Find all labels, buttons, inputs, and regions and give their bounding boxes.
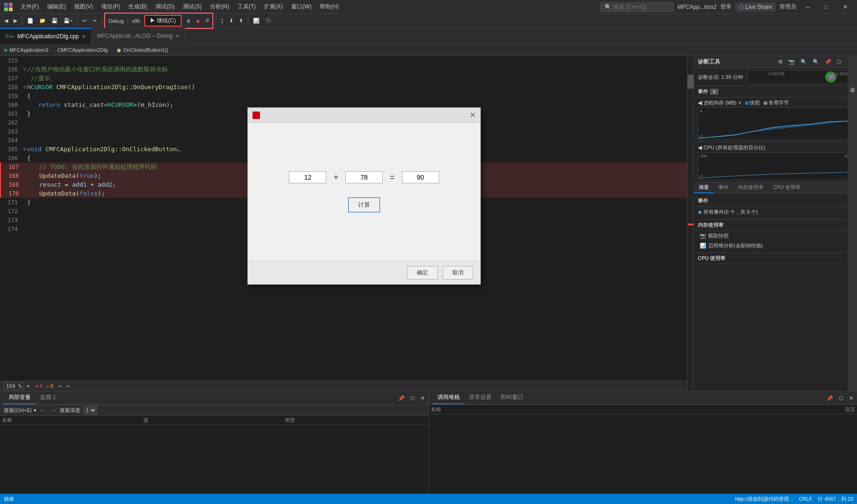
breakpoint-button[interactable]: ⚫ <box>263 16 274 25</box>
minimize-button[interactable]: ─ <box>800 0 815 14</box>
tab-call-stack[interactable]: 调用堆栈 <box>433 392 464 404</box>
zoom-level[interactable]: 150 % <box>4 382 24 390</box>
diag-unpin-icon[interactable]: ⬡ <box>835 58 843 66</box>
tab-cpp[interactable]: C++ MFCApplication2Dlg.cpp ✕ <box>0 28 91 44</box>
diag-zoom-out-icon[interactable]: 🔍 <box>811 58 821 66</box>
nav-back-icon[interactable]: ← <box>38 407 47 413</box>
stop-button[interactable]: ■ <box>194 17 202 25</box>
editor-scrollbar[interactable] <box>687 56 694 391</box>
undo-button[interactable]: ↩ <box>80 16 89 25</box>
local-pin-icon[interactable]: 📌 <box>396 394 407 402</box>
tab-local-vars[interactable]: 局部变量 <box>4 392 35 404</box>
calculator-dialog[interactable]: ✕ + = 计算 确定 取消 <box>247 107 481 285</box>
input-add1[interactable] <box>289 171 326 183</box>
tab-summary[interactable]: 摘要 <box>694 182 714 193</box>
warning-count-btn[interactable]: ⚠ 0 <box>46 383 53 389</box>
open-button[interactable]: 📁 <box>37 16 48 25</box>
diag-camera-icon[interactable]: 📷 <box>787 58 797 66</box>
table-row: 159 { <box>0 91 687 100</box>
events-header: 事件 ⏸ <box>694 86 857 98</box>
cancel-button[interactable]: 取消 <box>443 266 473 280</box>
search-input[interactable] <box>613 4 669 10</box>
login-button[interactable]: 登录 <box>720 3 731 11</box>
zoom-dropdown-btn[interactable]: ▾ <box>27 383 30 389</box>
menu-analyze[interactable]: 分析(N) <box>206 1 233 13</box>
performance-button[interactable]: 📊 <box>251 16 262 25</box>
diag-pin-icon[interactable]: 📌 <box>823 58 833 66</box>
pause-button[interactable]: ⏸ <box>183 17 193 25</box>
memory-dropdown-icon[interactable]: ▾ <box>738 100 741 106</box>
restart-button[interactable]: ↺ <box>203 16 211 25</box>
call-stack-header: 调用堆栈 异常设置 即时窗口 📌 ⬡ ✕ <box>429 392 857 405</box>
step-over-button[interactable]: ⤵ <box>218 17 226 25</box>
class-nav-label[interactable]: CMFCApplication2Dlg <box>57 47 108 53</box>
back-button[interactable]: ◀ <box>2 16 10 25</box>
toolbar-separator-4 <box>216 16 216 26</box>
maximize-button[interactable]: □ <box>819 0 834 14</box>
forward-button[interactable]: ▶ <box>11 16 20 25</box>
tab-immediate[interactable]: 即时窗口 <box>496 392 528 404</box>
method-nav-label[interactable]: OnClickedButton1() <box>123 47 168 53</box>
nav-back-btn[interactable]: ← <box>57 383 64 389</box>
svg-rect-0 <box>4 3 8 7</box>
diagnostics-title: 诊断工具 <box>698 58 720 66</box>
project-nav-label[interactable]: MFCApplication2 <box>9 47 49 53</box>
toolbar-separator-5 <box>248 16 248 26</box>
menu-debug[interactable]: 调试(D) <box>152 1 178 13</box>
local-close-icon[interactable]: ✕ <box>419 394 427 402</box>
tab-exceptions[interactable]: 异常设置 <box>464 392 496 404</box>
menu-extensions[interactable]: 扩展(X) <box>260 1 287 13</box>
tab-dialog[interactable]: MFCApplicati...ALOG – Dialog ✕ <box>91 28 185 44</box>
live-share-button[interactable]: ⬡ Live Share <box>735 2 776 12</box>
step-out-button[interactable]: ⬆ <box>237 16 246 25</box>
tab-watch-1[interactable]: 监视 1 <box>35 392 61 404</box>
search-dropdown-icon[interactable]: ▾ <box>34 407 36 413</box>
error-count-btn[interactable]: ⊗ 4 <box>35 383 42 389</box>
session-time-row: 诊断会话: 1:39 分钟 1:30分钟 1:40分 👾 <box>694 68 857 86</box>
diag-zoom-in-icon[interactable]: 🔍 <box>799 58 809 66</box>
continue-button[interactable]: ▶ 继续(C) <box>144 15 182 27</box>
nav-fwd-icon[interactable]: → <box>49 407 58 413</box>
tab-cpu-usage[interactable]: CPU 使用率 <box>768 182 805 193</box>
menu-build[interactable]: 生成(B) <box>125 1 151 13</box>
tab-events[interactable]: 事件 <box>714 182 733 193</box>
close-button[interactable]: ✕ <box>837 0 853 14</box>
redo-button[interactable]: ↪ <box>90 16 99 25</box>
global-search[interactable]: 🔍 <box>600 2 674 12</box>
input-result[interactable] <box>402 171 439 183</box>
menu-window[interactable]: 窗口(W) <box>288 1 315 13</box>
take-snapshot-btn[interactable]: 📷 截取快照 <box>696 231 855 241</box>
debug-config-dropdown[interactable]: Debug <box>106 17 126 25</box>
menu-help[interactable]: 帮助(H) <box>316 1 343 13</box>
search-depth-select[interactable]: 123 <box>84 406 97 414</box>
save-all-button[interactable]: 💾+ <box>61 16 75 25</box>
step-into-button[interactable]: ⬇ <box>227 16 236 25</box>
menu-project[interactable]: 项目(P) <box>98 1 124 13</box>
tab-cpp-close[interactable]: ✕ <box>82 34 85 39</box>
new-file-button[interactable]: 📄 <box>25 16 36 25</box>
cpu-expand-icon[interactable]: ◀ <box>698 145 702 151</box>
call-stack-close-icon[interactable]: ✕ <box>847 394 855 402</box>
search-label: 搜索(Ctrl+E) <box>4 407 32 414</box>
call-stack-unpin-icon[interactable]: ⬡ <box>837 394 845 402</box>
nav-forward-btn[interactable]: → <box>64 383 71 389</box>
input-add2[interactable] <box>345 171 383 183</box>
tab-dialog-close[interactable]: ✕ <box>176 34 179 39</box>
diag-settings-icon[interactable]: ⚙ <box>776 58 785 66</box>
menu-view[interactable]: 视图(V) <box>70 1 97 13</box>
menu-edit[interactable]: 编辑(E) <box>43 1 70 13</box>
call-stack-pin-icon[interactable]: 📌 <box>825 394 835 402</box>
dialog-close-button[interactable]: ✕ <box>470 111 476 119</box>
heap-analysis-btn[interactable]: 📊 启用堆分析(会影响性能) <box>696 241 855 251</box>
ok-button[interactable]: 确定 <box>407 266 438 280</box>
scrollbar-thumb[interactable] <box>688 75 694 89</box>
arch-dropdown[interactable]: x86 <box>129 17 142 25</box>
calculate-button[interactable]: 计算 <box>348 197 380 212</box>
local-unpin-icon[interactable]: ⬡ <box>408 394 417 402</box>
tab-memory-usage[interactable]: 内存使用率 <box>733 182 768 193</box>
menu-test[interactable]: 测试(S) <box>179 1 205 13</box>
menu-file[interactable]: 文件(F) <box>17 1 42 13</box>
table-row: 155 <box>0 56 687 65</box>
save-button[interactable]: 💾 <box>49 16 60 25</box>
menu-tools[interactable]: 工具(T) <box>234 1 260 13</box>
